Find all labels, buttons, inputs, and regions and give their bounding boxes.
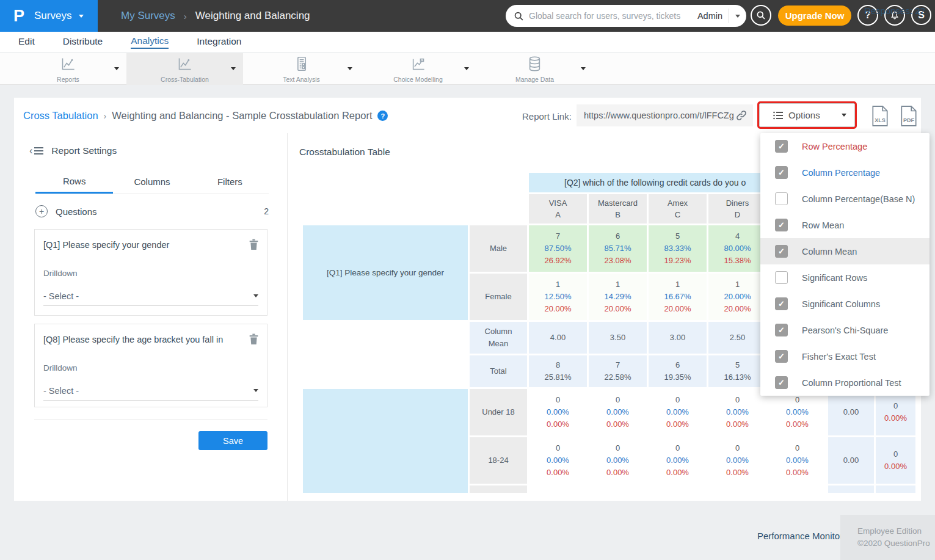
collapse-panel-icon[interactable]: ‹ bbox=[29, 145, 43, 156]
tab-columns[interactable]: Columns bbox=[113, 170, 191, 194]
export-xls-button[interactable]: XLS bbox=[871, 106, 889, 129]
crosstab-cell: 3.00 bbox=[649, 322, 707, 354]
checkbox-icon[interactable] bbox=[775, 192, 788, 205]
drilldown-select[interactable]: - Select - bbox=[43, 381, 258, 401]
chevron-down-icon[interactable] bbox=[231, 67, 236, 70]
crosstab-cell: 2.50 bbox=[708, 322, 766, 354]
menu-item-column-percentage[interactable]: ✓Column Percentage bbox=[760, 159, 930, 186]
svg-text:XLS: XLS bbox=[875, 117, 886, 123]
line-chart-icon bbox=[60, 56, 76, 75]
toolbar-item-manage-data[interactable]: Manage Data bbox=[476, 53, 593, 85]
column-header-amex: AmexC bbox=[649, 194, 707, 224]
checkbox-icon[interactable]: ✓ bbox=[775, 166, 788, 179]
row-label-female: Female bbox=[470, 274, 527, 320]
menu-item-label: Significant Rows bbox=[802, 273, 867, 283]
chevron-down-icon[interactable] bbox=[581, 67, 586, 70]
toolbar-item-text-analysis[interactable]: Text Analysis bbox=[243, 53, 360, 85]
menu-item-column-proportional-test[interactable]: ✓Column Proportional Test bbox=[760, 369, 930, 396]
menu-item-pearson-s-chi-square[interactable]: ✓Pearson's Chi-Square bbox=[760, 317, 930, 343]
search-button[interactable] bbox=[751, 5, 771, 26]
nav-item-distribute[interactable]: Distribute bbox=[63, 36, 103, 48]
nav-item-edit[interactable]: Edit bbox=[18, 36, 35, 48]
checkbox-icon[interactable]: ✓ bbox=[775, 324, 788, 336]
row-question-cell bbox=[303, 389, 468, 493]
chevron-down-icon[interactable] bbox=[735, 15, 740, 18]
toolbar-item-reports[interactable]: Reports bbox=[10, 53, 126, 85]
search-input[interactable] bbox=[529, 11, 697, 21]
crosstab-cell bbox=[828, 485, 874, 493]
toolbar-item-label: Cross-Tabulation bbox=[161, 76, 209, 83]
toolbar-item-cross-tabulation[interactable]: Cross-Tabulation bbox=[126, 53, 243, 85]
report-link-url[interactable]: https://www.questionpro.com/t/lFFCZg bbox=[584, 111, 735, 120]
row-label-column-mean: Column Mean bbox=[470, 322, 527, 354]
link-icon[interactable] bbox=[735, 109, 748, 122]
menu-item-fisher-s-exact-test[interactable]: ✓Fisher's Exact Test bbox=[760, 343, 930, 369]
crosstab-cell: 00.00%0.00% bbox=[589, 437, 647, 484]
topbar: P Surveys My Surveys › Weighting and Bal… bbox=[0, 0, 935, 32]
search-scope-selector[interactable]: Admin bbox=[697, 11, 722, 21]
crosstab-cell bbox=[303, 194, 527, 224]
crosstab-cell: 00.00%0.00% bbox=[768, 437, 826, 484]
chevron-down-icon[interactable] bbox=[114, 67, 119, 70]
crosstab-cell: 00.00%0.00% bbox=[768, 389, 826, 435]
toolbar-item-label: Choice Modelling bbox=[393, 76, 443, 83]
menu-item-column-percentage-base-n[interactable]: Column Percentage(Base N) bbox=[760, 186, 930, 212]
options-button[interactable]: Options bbox=[759, 103, 855, 127]
options-label: Options bbox=[788, 110, 820, 120]
breadcrumb-my-surveys[interactable]: My Surveys bbox=[121, 10, 175, 22]
drilldown-label: Drilldown bbox=[43, 363, 78, 373]
crosstab-cell bbox=[470, 485, 527, 493]
delete-question-button[interactable] bbox=[249, 333, 259, 347]
cross-tabulation-link[interactable]: Cross Tabulation bbox=[23, 110, 98, 122]
upgrade-now-button[interactable]: Upgrade Now bbox=[778, 5, 851, 26]
menu-item-significant-columns[interactable]: ✓Significant Columns bbox=[760, 291, 930, 317]
checkbox-icon[interactable]: ✓ bbox=[775, 245, 788, 258]
report-settings-title: Report Settings bbox=[51, 145, 117, 156]
breadcrumb-separator: › bbox=[184, 11, 187, 21]
breadcrumb-current-survey: Weighting and Balancing bbox=[195, 10, 310, 22]
save-button[interactable]: Save bbox=[198, 431, 267, 450]
chevron-down-icon bbox=[79, 15, 84, 18]
list-icon bbox=[773, 111, 783, 120]
crosstab-cell bbox=[649, 485, 707, 493]
add-question-button[interactable]: + bbox=[35, 205, 48, 217]
menu-item-column-mean[interactable]: ✓Column Mean bbox=[760, 238, 930, 264]
column-header-mastercard: MastercardB bbox=[589, 194, 647, 224]
checkbox-icon[interactable]: ✓ bbox=[775, 350, 788, 363]
drilldown-select[interactable]: - Select - bbox=[43, 286, 258, 306]
chevron-down-icon[interactable] bbox=[347, 67, 352, 70]
menu-item-significant-rows[interactable]: Significant Rows bbox=[760, 264, 930, 291]
crosstab-cell bbox=[529, 485, 587, 493]
crosstab-cell: 480.00%15.38% bbox=[708, 225, 766, 272]
checkbox-icon[interactable]: ✓ bbox=[775, 219, 788, 231]
search-icon bbox=[514, 11, 524, 21]
checkbox-icon[interactable]: ✓ bbox=[775, 140, 788, 153]
menu-item-row-percentage[interactable]: ✓Row Percentage bbox=[760, 133, 930, 159]
crosstab-cell: 00.00%0.00% bbox=[589, 389, 647, 435]
checkbox-icon[interactable]: ✓ bbox=[775, 297, 788, 310]
chevron-down-icon[interactable] bbox=[464, 67, 469, 70]
checkbox-icon[interactable] bbox=[775, 271, 788, 284]
crosstab-cell: 00.00% bbox=[876, 437, 915, 484]
nav-item-integration[interactable]: Integration bbox=[197, 36, 241, 48]
report-title: Weighting and Balancing - Sample Crossta… bbox=[112, 110, 372, 122]
export-pdf-button[interactable]: PDF bbox=[900, 106, 917, 129]
toolbar-item-choice-modelling[interactable]: Choice Modelling bbox=[360, 53, 476, 85]
crosstab-cell: 00.00%0.00% bbox=[529, 389, 587, 435]
app-switcher[interactable]: P Surveys bbox=[0, 0, 98, 32]
performance-monitor-link[interactable]: Performance Monitor bbox=[757, 531, 843, 541]
global-search[interactable]: Admin bbox=[506, 5, 746, 27]
help-icon[interactable]: ? bbox=[377, 111, 388, 121]
report-link-box[interactable]: https://www.questionpro.com/t/lFFCZg bbox=[577, 104, 753, 126]
checkbox-icon[interactable]: ✓ bbox=[775, 376, 788, 389]
crosstab-cell bbox=[768, 485, 826, 493]
delete-question-button[interactable] bbox=[249, 239, 259, 253]
xls-file-icon: XLS bbox=[871, 106, 889, 126]
menu-item-row-mean[interactable]: ✓Row Mean bbox=[760, 212, 930, 238]
trash-icon bbox=[249, 333, 259, 345]
tab-rows[interactable]: Rows bbox=[35, 170, 113, 194]
nav-item-analytics[interactable]: Analytics bbox=[131, 35, 169, 49]
report-breadcrumb: Cross Tabulation › Weighting and Balanci… bbox=[23, 110, 388, 122]
tab-filters[interactable]: Filters bbox=[191, 170, 269, 194]
chevron-down-icon bbox=[842, 114, 846, 117]
